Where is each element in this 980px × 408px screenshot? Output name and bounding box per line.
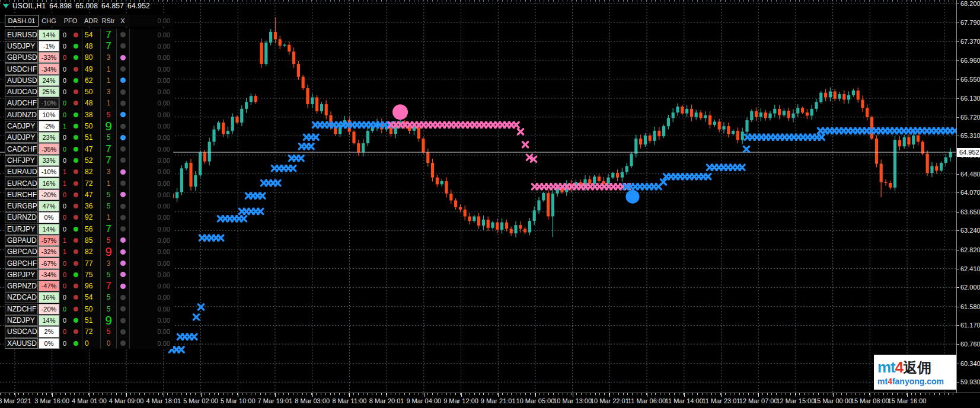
symbol-cell[interactable]: EURCHF <box>5 189 38 200</box>
green-status-dot <box>74 78 78 83</box>
table-row[interactable]: CADCHF-35%04770.00 <box>5 143 173 155</box>
candle-body <box>783 111 786 115</box>
row-value: 0.00 <box>129 234 173 246</box>
symbol-cell[interactable]: EURNZD <box>5 212 38 223</box>
column-header-x[interactable]: X <box>116 15 129 27</box>
symbol-cell[interactable]: CADJPY <box>5 121 38 131</box>
symbol-cell[interactable]: EURJPY <box>5 224 38 234</box>
table-row[interactable]: AUDCAD25%05030.00 <box>5 86 173 97</box>
table-row[interactable]: AUDCHF-10%04810.00 <box>5 98 173 109</box>
symbol-cell[interactable]: GBPJPY <box>5 269 38 280</box>
symbol-cell[interactable]: AUDCHF <box>5 98 38 108</box>
candle-body <box>690 109 693 117</box>
column-header-pfo[interactable]: PFO <box>59 15 82 27</box>
table-row[interactable]: EURCAD16%17210.00 <box>5 178 173 189</box>
x-dot-cell <box>116 338 129 349</box>
table-row[interactable]: EURGBP47%03650.00 <box>5 200 173 211</box>
row-value: 0.00 <box>129 223 173 234</box>
rstr-value: 7 <box>100 143 116 155</box>
symbol-cell[interactable]: GBPCAD <box>5 246 38 257</box>
symbol-cell[interactable]: CADCHF <box>5 143 38 154</box>
table-row[interactable]: NZDCHF-20%05050.00 <box>5 303 173 314</box>
time-tick <box>535 393 536 397</box>
change-cell: 23% <box>39 132 59 143</box>
table-row[interactable]: NZDCAD16%05450.00 <box>5 292 173 303</box>
time-tick <box>312 393 313 397</box>
table-row[interactable]: GBPCHF-67%07730.00 <box>5 258 173 269</box>
candle-body <box>542 193 545 200</box>
rstr-value: 7 <box>100 29 116 40</box>
symbol-cell[interactable]: EURCAD <box>5 178 38 188</box>
pfo-dot-cell <box>70 234 82 246</box>
column-header-chg[interactable]: CHG <box>39 15 59 27</box>
symbol-cell[interactable]: USDJPY <box>5 41 38 52</box>
time-tick <box>15 393 15 397</box>
column-header-rstr[interactable]: RStr <box>100 15 116 27</box>
time-tick <box>238 393 238 397</box>
table-row[interactable]: AUDUSD24%06210.00 <box>5 75 173 86</box>
ohlc-low: 64.857 <box>101 2 124 10</box>
candle-body <box>606 178 609 184</box>
table-row[interactable]: USDJPY-1%04870.00 <box>5 40 173 52</box>
table-row[interactable]: GBPCAD-32%18290.00 <box>5 246 173 258</box>
table-row[interactable]: CHFJPY33%05270.00 <box>5 155 173 166</box>
table-row[interactable]: EURJPY14%05670.00 <box>5 223 173 234</box>
table-row[interactable]: AUDNZD10%03850.00 <box>5 109 173 120</box>
symbol-cell[interactable]: AUDJPY <box>5 132 38 143</box>
table-row[interactable]: AUDJPY23%05150.00 <box>5 132 173 143</box>
table-row[interactable]: CADJPY-2%15090.00 <box>5 120 173 131</box>
change-cell: -20% <box>39 189 59 200</box>
symbol-cell[interactable]: NZDJPY <box>5 315 38 326</box>
table-row[interactable]: GBPNZD-47%09670.00 <box>5 281 173 292</box>
symbol-cell[interactable]: EURAUD <box>5 166 38 177</box>
change-cell: 14% <box>39 224 59 234</box>
table-row[interactable]: USDCHF-34%04910.00 <box>5 63 173 75</box>
price-axis-label: 60.760 <box>960 340 980 348</box>
table-row[interactable]: GBPJPY-34%07550.00 <box>5 269 173 280</box>
candle-body <box>926 154 929 173</box>
symbol-cell[interactable]: EURGBP <box>5 201 38 211</box>
red-status-dot <box>74 89 78 94</box>
time-tick <box>424 393 424 397</box>
table-row[interactable]: EURNZD0%09210.00 <box>5 212 173 223</box>
rstr-value: 5 <box>100 189 116 200</box>
pink-signal-dot <box>392 104 408 120</box>
table-row[interactable]: GBPUSD-33%08030.00 <box>5 52 173 63</box>
table-row[interactable]: EURAUD-10%18230.00 <box>5 166 173 178</box>
dash-01-button[interactable]: DASH.01 <box>5 15 39 27</box>
change-cell: -35% <box>39 143 59 154</box>
candle-body <box>260 43 263 64</box>
table-row[interactable]: XAUUSD0%0000.00 <box>5 338 173 349</box>
table-row[interactable]: GBPAUD-57%18550.00 <box>5 234 173 246</box>
candle-body <box>352 131 355 143</box>
pfo-value: 0 <box>59 338 70 349</box>
candle-body <box>949 152 952 158</box>
candle-body <box>917 136 920 142</box>
symbol-cell[interactable]: GBPAUD <box>5 235 38 246</box>
x-signal-dot <box>120 284 126 289</box>
blue-x-marker <box>313 134 318 140</box>
symbol-cell[interactable]: AUDNZD <box>5 110 38 120</box>
symbol-cell[interactable]: NZDCAD <box>5 292 38 303</box>
symbol-cell[interactable]: NZDCHF <box>5 304 38 314</box>
symbol-cell[interactable]: CHFJPY <box>5 155 38 166</box>
symbol-cell[interactable]: EURUSD <box>5 30 38 40</box>
column-header-adr[interactable]: ADR <box>82 15 100 27</box>
table-row[interactable]: EURCHF-20%04750.00 <box>5 189 173 200</box>
table-row[interactable]: USDCAD2%07250.00 <box>5 326 173 338</box>
table-row[interactable]: EURUSD14%05470.00 <box>5 29 173 40</box>
symbol-cell[interactable]: GBPUSD <box>5 52 38 63</box>
symbol-cell[interactable]: XAUUSD <box>5 338 38 349</box>
time-tick <box>164 393 164 397</box>
change-cell: -1% <box>39 41 59 52</box>
symbol-cell[interactable]: AUDUSD <box>5 75 38 86</box>
symbol-cell[interactable]: GBPCHF <box>5 258 38 268</box>
symbol-cell[interactable]: USDCAD <box>5 326 38 337</box>
symbol-cell[interactable]: AUDCAD <box>5 86 38 97</box>
symbol-cell[interactable]: USDCHF <box>5 63 38 74</box>
candle-body <box>292 52 295 64</box>
chevron-down-icon[interactable] <box>3 4 9 8</box>
symbol-cell[interactable]: GBPNZD <box>5 281 38 291</box>
candle-body <box>708 115 711 125</box>
table-row[interactable]: NZDJPY14%05190.00 <box>5 314 173 326</box>
